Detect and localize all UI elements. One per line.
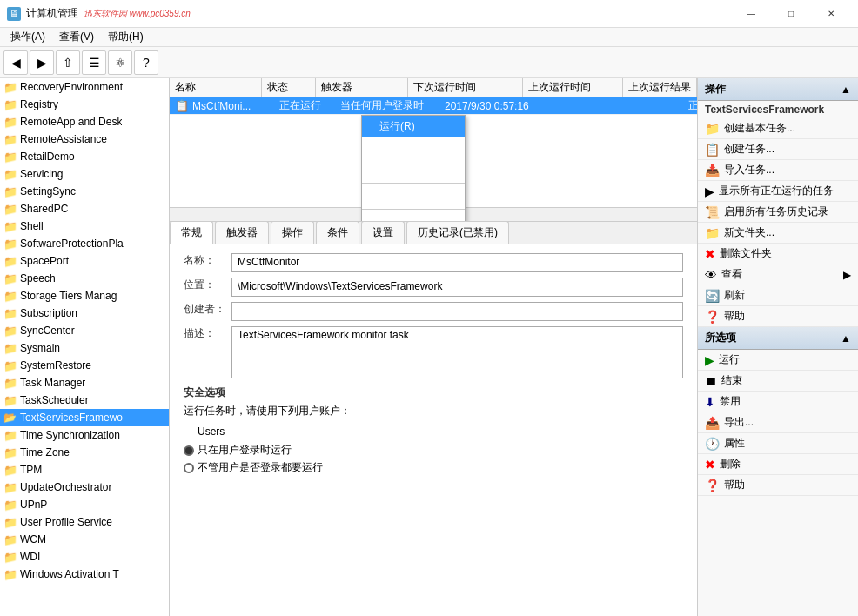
close-button[interactable]: ✕ — [811, 0, 851, 28]
tab-history[interactable]: 历史记录(已禁用) — [406, 222, 509, 244]
tree-item-timezone[interactable]: 📁 Time Zone — [0, 444, 169, 461]
tree-item-registry[interactable]: 📁 Registry — [0, 96, 169, 113]
action-enable-history[interactable]: 📜 启用所有任务历史记录 — [698, 202, 858, 223]
tree-item-shell[interactable]: 📁 Shell — [0, 218, 169, 235]
radio-login-label: 只在用户登录时运行 — [198, 443, 292, 458]
tree-item-tpm[interactable]: 📁 TPM — [0, 461, 169, 479]
ctx-export[interactable]: 导出(X)... — [362, 185, 465, 207]
selected-run-label: 运行 — [719, 352, 740, 367]
action-new-folder[interactable]: 📁 新文件夹... — [698, 223, 858, 244]
col-trigger[interactable]: 触发器 — [316, 78, 408, 97]
col-lastrun[interactable]: 上次运行时间 — [523, 78, 623, 97]
tree-label: Time Synchronization — [20, 429, 120, 441]
tree-item-upnp[interactable]: 📁 UPnP — [0, 496, 169, 513]
up-button[interactable]: ⇧ — [56, 50, 80, 75]
tree-item-taskscheduler[interactable]: 📁 TaskScheduler — [0, 392, 169, 409]
col-nextrun[interactable]: 下次运行时间 — [408, 78, 523, 97]
ctx-end[interactable]: 结束(E) — [362, 137, 465, 159]
selected-action-delete[interactable]: ✖ 删除 — [698, 454, 858, 475]
tree-item-softwareprot[interactable]: 📁 SoftwareProtectionPla — [0, 235, 169, 252]
tree-item-spaceport[interactable]: 📁 SpacePort — [0, 252, 169, 270]
folder-icon: 📁 — [3, 377, 17, 389]
selected-action-help[interactable]: ❓ 帮助 — [698, 475, 858, 496]
import-icon: 📥 — [705, 164, 720, 177]
col-status[interactable]: 状态 — [262, 78, 317, 97]
action-import[interactable]: 📥 导入任务... — [698, 160, 858, 181]
folder-icon: 📁 — [3, 133, 17, 145]
selected-action-run[interactable]: ▶ 运行 — [698, 350, 858, 371]
tree-item-wcm[interactable]: 📁 WCM — [0, 531, 169, 548]
col-lastresult[interactable]: 上次运行结果 — [623, 78, 697, 97]
action-create-basic[interactable]: 📁 创建基本任务... — [698, 118, 858, 139]
action-help[interactable]: ❓ 帮助 — [698, 306, 858, 327]
selected-collapse-icon[interactable]: ▲ — [841, 332, 851, 345]
tree-item-updateorch[interactable]: 📁 UpdateOrchestrator — [0, 479, 169, 496]
tree-item-windowsact[interactable]: 📁 Windows Activation T — [0, 566, 169, 583]
author-field[interactable] — [231, 302, 683, 321]
selected-action-export[interactable]: 📤 导出... — [698, 412, 858, 433]
help-toolbar-button[interactable]: ? — [134, 50, 158, 75]
tree-item-speech[interactable]: 📁 Speech — [0, 270, 169, 287]
radio-row-1: 只在用户登录时运行 — [184, 443, 683, 458]
tree-item-systemrestore[interactable]: 📁 SystemRestore — [0, 357, 169, 374]
tab-conditions[interactable]: 条件 — [316, 222, 359, 244]
tree-item-userprofile[interactable]: 📁 User Profile Service — [0, 513, 169, 531]
ctx-run[interactable]: 运行(R) — [362, 116, 465, 137]
selected-action-properties[interactable]: 🕐 属性 — [698, 433, 858, 454]
tree-item-retaildemo[interactable]: 📁 RetailDemo — [0, 148, 169, 165]
tree-item-wdi[interactable]: 📁 WDI — [0, 548, 169, 566]
tree-item-settingsync[interactable]: 📁 SettingSync — [0, 183, 169, 200]
tree-item-timesync[interactable]: 📁 Time Synchronization — [0, 426, 169, 444]
selected-action-disable[interactable]: ⬇ 禁用 — [698, 392, 858, 412]
tree-item-taskmanager[interactable]: 📁 Task Manager — [0, 374, 169, 392]
tab-actions[interactable]: 操作 — [271, 222, 314, 244]
action-create-task[interactable]: 📋 创建任务... — [698, 139, 858, 160]
show-running-icon: ▶ — [705, 184, 714, 198]
author-label: 创建者： — [184, 302, 231, 317]
back-button[interactable]: ◀ — [3, 50, 28, 75]
tree-item-sysmain[interactable]: 📁 Sysmain — [0, 339, 169, 357]
menu-view[interactable]: 查看(V) — [52, 28, 101, 46]
tree-item-subscription[interactable]: 📁 Subscription — [0, 305, 169, 322]
tree-item-remoteassist[interactable]: 📁 RemoteAssistance — [0, 131, 169, 148]
radio-always-label: 不管用户是否登录都要运行 — [198, 460, 323, 475]
ctx-properties[interactable]: 属性(P) — [362, 211, 465, 222]
tree-item-storage[interactable]: 📁 Storage Tiers Manag — [0, 287, 169, 305]
selected-action-end[interactable]: ⏹ 结束 — [698, 371, 858, 392]
action-refresh[interactable]: 🔄 刷新 — [698, 285, 858, 306]
maximize-button[interactable]: □ — [771, 0, 811, 28]
name-field[interactable]: MsCtfMonitor — [231, 253, 683, 272]
arrow-right-icon: ▶ — [843, 269, 851, 281]
desc-field[interactable]: TextServicesFramework monitor task — [231, 326, 683, 378]
radio-login-only[interactable] — [184, 445, 194, 456]
action-show-running[interactable]: ▶ 显示所有正在运行的任务 — [698, 181, 858, 202]
tree-item-synccenter[interactable]: 📁 SyncCenter — [0, 322, 169, 339]
tab-settings[interactable]: 设置 — [361, 222, 405, 244]
col-name[interactable]: 名称 — [170, 78, 262, 97]
properties-button[interactable]: ⚛ — [108, 50, 132, 75]
tree-item-remoteapp[interactable]: 📁 RemoteApp and Desk — [0, 113, 169, 131]
tree-item-sharedpc[interactable]: 📁 SharedPC — [0, 200, 169, 218]
action-view[interactable]: 👁 查看 ▶ — [698, 264, 858, 285]
tree-item-servicing[interactable]: 📁 Servicing — [0, 165, 169, 183]
radio-row-2: 不管用户是否登录都要运行 — [184, 460, 683, 475]
radio-always[interactable] — [184, 463, 194, 473]
minimize-button[interactable]: — — [731, 0, 771, 28]
location-field[interactable]: \Microsoft\Windows\TextServicesFramework — [231, 278, 683, 297]
tree-item-recovery[interactable]: 📁 RecoveryEnvironment — [0, 78, 169, 96]
menu-help[interactable]: 帮助(H) — [101, 28, 151, 46]
create-task-icon: 📋 — [705, 143, 720, 157]
enable-history-icon: 📜 — [705, 205, 720, 219]
action-delete-folder[interactable]: ✖ 删除文件夹 — [698, 244, 858, 264]
table-row[interactable]: 📋 MsCtfMoni... 正在运行 当任何用户登录时 2017/9/30 0… — [170, 97, 697, 115]
forward-button[interactable]: ▶ — [30, 50, 54, 75]
show-hide-button[interactable]: ☰ — [82, 50, 106, 75]
folder-icon: 📁 — [3, 429, 17, 441]
ctx-disable[interactable]: 禁用(I) — [362, 159, 465, 181]
tab-general[interactable]: 常规 — [170, 222, 213, 244]
window-controls[interactable]: — □ ✕ — [731, 0, 851, 28]
collapse-icon[interactable]: ▲ — [841, 84, 851, 96]
tab-triggers[interactable]: 触发器 — [215, 222, 269, 244]
menu-action[interactable]: 操作(A) — [3, 28, 52, 46]
tree-item-textservices[interactable]: 📂 TextServicesFramewo — [0, 409, 169, 426]
